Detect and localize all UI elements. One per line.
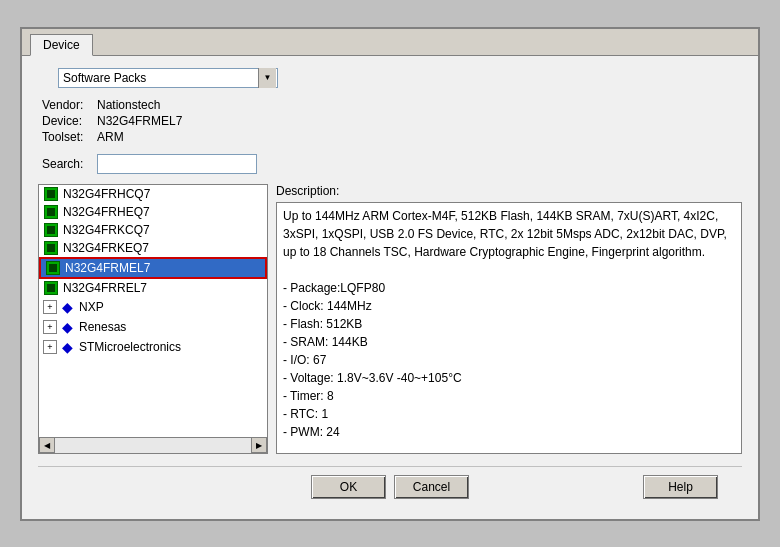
device-row: Device: N32G4FRMEL7 — [42, 114, 742, 128]
search-label: Search: — [42, 157, 97, 171]
expand-icon-STMicroelectronics[interactable]: + — [43, 340, 57, 354]
info-rows: Vendor: Nationstech Device: N32G4FRMEL7 … — [38, 98, 742, 144]
group-icon-STMicroelectronics: ◆ — [59, 339, 75, 355]
device-label: Device: — [42, 114, 97, 128]
chip-icon — [43, 280, 59, 296]
scroll-right-btn[interactable]: ▶ — [251, 437, 267, 453]
tree-item-N32G4FRKCQ7[interactable]: N32G4FRKCQ7 — [39, 221, 267, 239]
tree-panel: N32G4FRHCQ7 N32G4FRHEQ7 N32G4FRKCQ7 — [38, 184, 268, 454]
btn-center: OK Cancel — [54, 475, 726, 499]
toolset-value: ARM — [97, 130, 124, 144]
ok-button[interactable]: OK — [311, 475, 386, 499]
tree-item-N32G4FRREL7[interactable]: N32G4FRREL7 — [39, 279, 267, 297]
vendor-label: Vendor: — [42, 98, 97, 112]
group-NXP[interactable]: + ◆ NXP — [39, 297, 267, 317]
software-packs-dropdown[interactable]: Software Packs — [58, 68, 278, 88]
chip-icon — [43, 204, 59, 220]
group-icon-NXP: ◆ — [59, 299, 75, 315]
toolset-row: Toolset: ARM — [42, 130, 742, 144]
search-input[interactable] — [97, 154, 257, 174]
button-bar: OK Cancel Help — [38, 466, 742, 507]
vendor-value: Nationstech — [97, 98, 160, 112]
search-row: Search: — [38, 154, 742, 174]
scroll-track — [55, 438, 251, 453]
tab-device[interactable]: Device — [30, 34, 93, 56]
main-area: N32G4FRHCQ7 N32G4FRHEQ7 N32G4FRKCQ7 — [38, 184, 742, 454]
expand-icon-NXP[interactable]: + — [43, 300, 57, 314]
description-panel: Description: Up to 144MHz ARM Cortex-M4F… — [276, 184, 742, 454]
description-label: Description: — [276, 184, 742, 198]
group-STMicroelectronics[interactable]: + ◆ STMicroelectronics — [39, 337, 267, 357]
device-value: N32G4FRMEL7 — [97, 114, 182, 128]
tree-item-N32G4FRMEL7[interactable]: N32G4FRMEL7 — [39, 257, 267, 279]
cancel-button[interactable]: Cancel — [394, 475, 469, 499]
scroll-left-btn[interactable]: ◀ — [39, 437, 55, 453]
tree-scroll[interactable]: N32G4FRHCQ7 N32G4FRHEQ7 N32G4FRKCQ7 — [39, 185, 267, 437]
dialog-content: Software Packs ▼ Vendor: Nationstech Dev… — [22, 56, 758, 519]
group-icon-Renesas: ◆ — [59, 319, 75, 335]
chip-icon — [43, 240, 59, 256]
tree-item-N32G4FRKEQ7[interactable]: N32G4FRKEQ7 — [39, 239, 267, 257]
chip-icon-selected — [45, 260, 61, 276]
dialog-window: Device Software Packs ▼ Vendor: Nationst… — [20, 27, 760, 521]
dropdown-row: Software Packs ▼ — [38, 68, 742, 88]
group-Renesas[interactable]: + ◆ Renesas — [39, 317, 267, 337]
tab-bar: Device — [22, 29, 758, 56]
tree-item-N32G4FRHEQ7[interactable]: N32G4FRHEQ7 — [39, 203, 267, 221]
horizontal-scrollbar[interactable]: ◀ ▶ — [39, 437, 267, 453]
tree-item-N32G4FRHCQ7[interactable]: N32G4FRHCQ7 — [39, 185, 267, 203]
chip-icon — [43, 186, 59, 202]
vendor-row: Vendor: Nationstech — [42, 98, 742, 112]
chip-icon — [43, 222, 59, 238]
description-text: Up to 144MHz ARM Cortex-M4F, 512KB Flash… — [283, 209, 730, 439]
help-button[interactable]: Help — [643, 475, 718, 499]
dropdown-wrapper: Software Packs ▼ — [58, 68, 278, 88]
toolset-label: Toolset: — [42, 130, 97, 144]
expand-icon-Renesas[interactable]: + — [43, 320, 57, 334]
description-box[interactable]: Up to 144MHz ARM Cortex-M4F, 512KB Flash… — [276, 202, 742, 454]
